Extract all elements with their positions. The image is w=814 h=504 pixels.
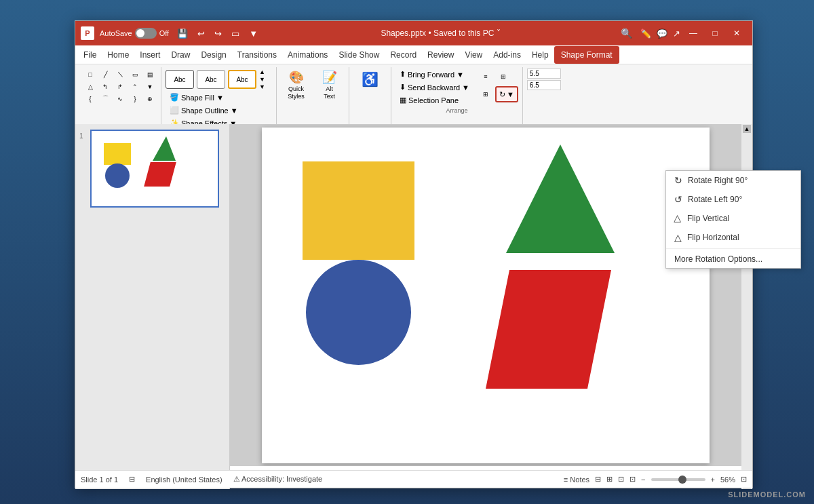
close-button[interactable]: ✕ [726,25,747,41]
tool-edit[interactable]: ⊕ [143,93,157,104]
align-btn[interactable]: ≡ [478,69,494,85]
bring-forward-arrow[interactable]: ▼ [457,71,464,79]
statusbar-right: ≡ Notes ⊟ ⊞ ⊡ ⊡ − + 56% ⊡ [564,475,747,484]
filename-label: Shapes.pptx • Saved to this PC ˅ [260,28,621,38]
rotate-left-90[interactable]: ↺ Rotate Left 90° [666,190,800,209]
pen-icon[interactable]: ✏️ [638,27,654,40]
height-input[interactable] [527,69,561,79]
language-label[interactable]: English (United States) [146,476,222,484]
tool-brace[interactable]: { [83,93,97,104]
menu-home[interactable]: Home [102,47,134,62]
rotate-right-icon: ↻ [674,175,682,186]
more-rotation-options[interactable]: More Rotation Options... [666,250,800,268]
tool-line[interactable]: ╱ [98,69,112,80]
reading-view-btn[interactable]: ⊡ [618,475,624,484]
slide-thumbnail[interactable] [90,130,219,208]
present-icon[interactable]: ▭ [229,27,242,40]
shape-style-2[interactable]: Abc [228,70,256,89]
menu-transitions[interactable]: Transitions [232,47,282,62]
shape-style-1[interactable]: Abc [197,70,225,89]
share-icon[interactable]: ↗ [670,27,683,40]
width-input[interactable] [527,80,561,90]
maximize-button[interactable]: □ [705,25,725,41]
menu-record[interactable]: Record [385,47,422,62]
red-parallelogram[interactable] [486,270,611,391]
green-triangle[interactable] [503,141,618,258]
align-btn2[interactable]: ⊞ [495,69,511,85]
search-icon[interactable]: 🔍 [621,28,632,39]
zoom-level[interactable]: 56% [720,476,735,484]
notes-button[interactable]: ≡ Notes [564,476,589,484]
tool-arrow2[interactable]: ↱ [113,81,127,92]
shape-outline-icon: ⬜ [170,106,179,115]
normal-view-btn[interactable]: ⊟ [595,475,601,484]
tool-rect2[interactable]: ▭ [128,69,142,80]
yellow-rectangle[interactable] [303,161,414,260]
send-backward-button[interactable]: ⬇ Send Backward ▼ [395,81,473,93]
rotate-right-90[interactable]: ↻ Rotate Right 90° [666,171,800,190]
group-btn[interactable]: ⊞ [478,86,494,102]
tool-line2[interactable]: ＼ [113,69,127,80]
save-icon[interactable]: 💾 [174,27,191,40]
flip-vertical[interactable]: ◁ Flip Vertical [666,209,800,228]
shape-outline-arrow[interactable]: ▼ [231,106,238,115]
fit-to-window-btn[interactable]: ⊡ [741,475,747,484]
autosave-section: AutoSave Off [100,28,169,39]
shape-style-default[interactable]: Abc [166,70,194,89]
shape-outline-button[interactable]: ⬜ Shape Outline ▼ [166,104,272,116]
zoom-out-btn[interactable]: − [641,476,645,484]
comment-icon[interactable]: 💬 [654,27,670,40]
blue-circle[interactable] [306,260,411,365]
accessibility-button[interactable]: ♿ [359,69,381,90]
shape-styles-expand[interactable]: ▼ [259,83,265,90]
shape-styles-down[interactable]: ▼ [259,76,265,83]
tool-more[interactable]: ▤ [143,69,157,80]
accessibility-status[interactable]: ⚠ Accessibility: Investigate [233,475,323,484]
zoom-slider[interactable] [651,478,705,481]
customize-icon[interactable]: ▼ [246,27,260,40]
shape-fill-button[interactable]: 🪣 Shape Fill ▼ [166,92,272,103]
tool-tri[interactable]: △ [83,81,97,92]
tool-arc[interactable]: ⌒ [98,93,112,104]
redo-icon[interactable]: ↪ [212,27,225,40]
selection-pane-button[interactable]: ▦ Selection Pane [395,94,473,106]
menu-draw[interactable]: Draw [166,47,195,62]
rotate-arrow[interactable]: ▼ [507,90,514,98]
slide-sorter-btn[interactable]: ⊞ [606,475,613,484]
menu-help[interactable]: Help [526,47,554,62]
tool-rect[interactable]: □ [83,69,97,80]
send-backward-arrow[interactable]: ▼ [462,83,469,92]
menu-view[interactable]: View [459,47,488,62]
quick-styles-button[interactable]: 🎨 QuickStyles [281,69,311,102]
presenter-view-btn[interactable]: ⊡ [629,475,636,484]
tool-chevron[interactable]: ⌃ [128,81,142,92]
svg-marker-0 [506,144,615,253]
bring-forward-button[interactable]: ⬆ Bring Forward ▼ [395,69,473,80]
undo-icon[interactable]: ↩ [195,27,208,40]
tool-brace2[interactable]: } [128,93,142,104]
menu-slideshow[interactable]: Slide Show [333,47,385,62]
flip-horizontal[interactable]: △ Flip Horizontal [666,228,800,247]
scroll-up-button[interactable]: ▲ [743,125,751,133]
shape-fill-arrow[interactable]: ▼ [216,94,224,102]
autosave-label: AutoSave [100,29,132,37]
menu-file[interactable]: File [78,47,102,62]
rotate-button[interactable]: ↻ ▼ [495,86,518,102]
tool-dropdown2[interactable]: ▼ [143,81,157,92]
minimize-button[interactable]: — [683,25,703,41]
menu-animations[interactable]: Animations [282,47,333,62]
shape-styles-up[interactable]: ▲ [259,69,265,75]
shape-styles-arrows: ▲ ▼ ▼ [259,69,265,90]
alt-text-button[interactable]: 📝 AltText [314,69,345,102]
tool-arrow[interactable]: ↰ [98,81,112,92]
slide-canvas[interactable] [262,128,710,463]
menu-review[interactable]: Review [422,47,459,62]
autosave-toggle[interactable] [135,28,157,39]
menu-design[interactable]: Design [195,47,231,62]
zoom-in-btn[interactable]: + [711,476,715,484]
menu-insert[interactable]: Insert [134,47,166,62]
tool-wave[interactable]: ∿ [113,93,127,104]
menu-addins[interactable]: Add-ins [488,47,526,62]
slide-structure-icon[interactable]: ⊟ [129,475,135,484]
menu-shapeformat[interactable]: Shape Format [554,46,619,64]
